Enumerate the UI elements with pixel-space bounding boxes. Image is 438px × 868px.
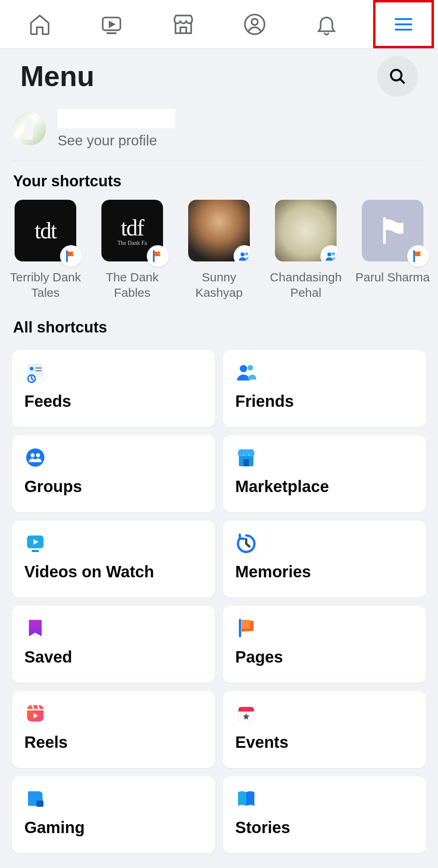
svg-rect-30 bbox=[238, 710, 254, 712]
svg-rect-27 bbox=[27, 705, 44, 722]
tile-label: Saved bbox=[24, 648, 203, 666]
gaming-icon bbox=[24, 788, 46, 810]
svg-rect-14 bbox=[35, 367, 42, 369]
reels-icon bbox=[24, 702, 46, 724]
tile-label: Marketplace bbox=[235, 477, 414, 496]
nav-notifications[interactable] bbox=[291, 0, 363, 48]
svg-line-7 bbox=[400, 79, 404, 83]
home-icon bbox=[28, 13, 52, 36]
shortcut-thumb bbox=[362, 200, 423, 261]
shortcuts-row: tdt Terribly Dank Tales tdf The Dank Fa … bbox=[0, 197, 438, 307]
svg-rect-23 bbox=[243, 460, 249, 466]
tile-feeds[interactable]: Feeds bbox=[12, 350, 215, 427]
nav-home[interactable] bbox=[4, 0, 76, 48]
search-icon bbox=[388, 67, 407, 86]
bell-icon bbox=[315, 13, 338, 36]
marketplace-icon bbox=[235, 447, 257, 469]
nav-menu[interactable] bbox=[362, 0, 434, 48]
profile-row[interactable]: See your profile bbox=[0, 101, 438, 161]
shortcut-thumb bbox=[275, 200, 337, 261]
page-header: Menu bbox=[0, 49, 438, 101]
profile-circle-icon bbox=[243, 13, 266, 36]
watch-icon bbox=[100, 13, 123, 36]
friends-icon bbox=[235, 361, 257, 383]
tile-label: Groups bbox=[24, 477, 203, 496]
group-badge bbox=[320, 245, 337, 261]
flag-icon bbox=[64, 249, 78, 263]
events-icon bbox=[235, 702, 257, 724]
tile-pages[interactable]: Pages bbox=[223, 606, 426, 683]
shortcut-abbr: tdf bbox=[121, 215, 144, 241]
groups-icon bbox=[24, 447, 46, 469]
shortcut-thumb: tdf The Dank Fa bbox=[101, 200, 163, 261]
tile-marketplace[interactable]: Marketplace bbox=[223, 435, 426, 512]
flag-icon bbox=[376, 214, 409, 247]
page-badge bbox=[60, 245, 82, 267]
tile-memories[interactable]: Memories bbox=[223, 520, 426, 598]
tile-stories[interactable]: Stories bbox=[223, 776, 426, 853]
group-icon bbox=[324, 249, 337, 261]
shortcut-sunny-kashyap[interactable]: Sunny Kashyap bbox=[181, 200, 257, 300]
tile-label: Stories bbox=[235, 818, 414, 837]
svg-rect-31 bbox=[36, 801, 43, 807]
hamburger-icon bbox=[393, 14, 414, 35]
pages-icon bbox=[235, 617, 257, 639]
tile-label: Events bbox=[235, 733, 414, 751]
page-title: Menu bbox=[20, 60, 94, 93]
tile-videos-on-watch[interactable]: Videos on Watch bbox=[12, 520, 215, 598]
section-all-shortcuts: All shortcuts bbox=[0, 307, 438, 343]
profile-text: See your profile bbox=[58, 109, 175, 149]
svg-point-2 bbox=[252, 19, 258, 25]
shortcut-subtext: The Dank Fa bbox=[117, 240, 147, 246]
svg-point-9 bbox=[245, 253, 248, 256]
tile-events[interactable]: Events bbox=[223, 691, 426, 768]
svg-point-10 bbox=[327, 253, 331, 257]
tile-label: Friends bbox=[235, 392, 414, 410]
tile-reels[interactable]: Reels bbox=[12, 691, 215, 768]
shortcut-label: The Dank Fables bbox=[94, 270, 170, 300]
watch-tile-icon bbox=[24, 532, 46, 554]
saved-icon bbox=[24, 617, 46, 639]
shortcut-label: Chandasingh Pehal bbox=[268, 270, 344, 300]
stories-icon bbox=[235, 788, 257, 810]
tile-label: Pages bbox=[235, 648, 414, 666]
page-badge bbox=[147, 245, 169, 267]
svg-point-21 bbox=[30, 453, 34, 457]
flag-icon bbox=[411, 249, 425, 263]
tile-label: Memories bbox=[235, 563, 414, 581]
tile-label: Videos on Watch bbox=[24, 563, 203, 581]
tile-label: Feeds bbox=[24, 392, 203, 410]
profile-name-redacted bbox=[58, 109, 175, 128]
shortcut-abbr: tdt bbox=[34, 218, 56, 244]
svg-point-18 bbox=[240, 365, 247, 372]
svg-rect-26 bbox=[239, 619, 241, 637]
shortcut-thumb: tdt bbox=[15, 200, 76, 261]
see-profile-label: See your profile bbox=[58, 132, 175, 149]
avatar bbox=[13, 112, 46, 145]
nav-marketplace[interactable] bbox=[147, 0, 219, 48]
tile-saved[interactable]: Saved bbox=[12, 606, 215, 683]
nav-profile[interactable] bbox=[219, 0, 291, 48]
shortcut-label: Terribly Dank Tales bbox=[7, 270, 84, 300]
shortcut-the-dank-fables[interactable]: tdf The Dank Fa The Dank Fables bbox=[94, 200, 170, 300]
tile-groups[interactable]: Groups bbox=[12, 435, 215, 512]
tile-gaming[interactable]: Gaming bbox=[12, 776, 215, 853]
shortcut-parul-sharma[interactable]: Parul Sharma bbox=[354, 200, 431, 300]
group-icon bbox=[238, 249, 250, 261]
shortcut-terribly-dank-tales[interactable]: tdt Terribly Dank Tales bbox=[7, 200, 84, 300]
shortcut-chandasingh-pehal[interactable]: Chandasingh Pehal bbox=[268, 200, 344, 300]
flag-icon bbox=[151, 249, 165, 263]
tile-label: Reels bbox=[24, 733, 203, 751]
svg-point-20 bbox=[26, 449, 45, 467]
shortcut-thumb bbox=[188, 200, 250, 261]
feeds-icon bbox=[24, 361, 46, 383]
tile-friends[interactable]: Friends bbox=[223, 350, 426, 427]
search-button[interactable] bbox=[377, 56, 418, 97]
store-icon bbox=[172, 13, 195, 36]
shortcut-label: Parul Sharma bbox=[355, 270, 429, 285]
shortcut-label: Sunny Kashyap bbox=[181, 270, 257, 300]
svg-point-19 bbox=[247, 365, 253, 371]
nav-watch[interactable] bbox=[76, 0, 148, 48]
tiles-grid: Feeds Friends Groups Marketplace Videos … bbox=[0, 343, 438, 866]
group-badge bbox=[234, 245, 250, 261]
